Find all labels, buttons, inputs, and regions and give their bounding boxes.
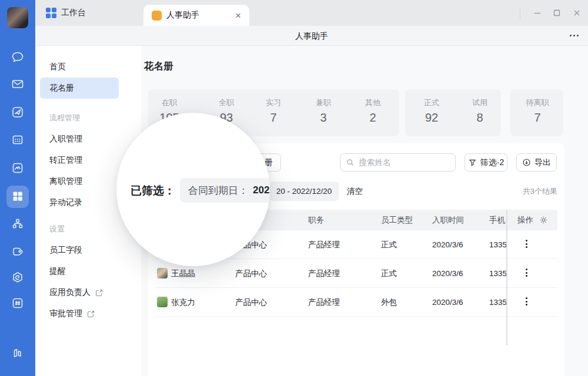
table-row[interactable]: 王晶晶 产品中心 产品经理 正式 2020/3/6 13351 xyxy=(155,259,557,288)
cell-dept: 产品中心 xyxy=(235,259,267,288)
nav-rail xyxy=(0,0,35,376)
stat-probation[interactable]: 试用8 xyxy=(455,98,505,125)
mail-icon[interactable] xyxy=(11,77,25,91)
cell-type: 外包 xyxy=(381,288,397,317)
search-box[interactable] xyxy=(340,153,456,172)
sidebar-item-app-owner[interactable]: 应用负责人 xyxy=(40,282,119,303)
cell-name: 张克力 xyxy=(171,288,195,317)
tab-workbench[interactable]: 工作台 xyxy=(36,0,95,26)
search-input[interactable] xyxy=(358,157,449,167)
employee-avatar xyxy=(157,268,168,278)
column-settings-gear-icon[interactable] xyxy=(539,216,548,224)
cell-title: 产品经理 xyxy=(308,288,340,317)
tab-bar: 工作台 人事助手 × xyxy=(35,0,588,26)
cell-hire-date: 2020/3/6 xyxy=(432,259,463,288)
sidebar-item-regularization[interactable]: 转正管理 xyxy=(40,150,119,171)
cell-title: 产品经理 xyxy=(308,259,340,288)
workbench-icon[interactable] xyxy=(11,189,25,203)
app-window: 工作台 人事助手 × 人事助手 首页 花名册 流程管理 入职管理 转正管理 离职… xyxy=(0,0,588,376)
maximize-button[interactable] xyxy=(552,8,562,18)
filter-button[interactable]: 筛选·2 xyxy=(465,153,507,172)
sidebar-item-roster[interactable]: 花名册 xyxy=(40,78,119,99)
org-icon[interactable] xyxy=(11,217,25,231)
tab-hr-assistant-label: 人事助手 xyxy=(166,10,199,21)
calendar-icon[interactable] xyxy=(11,133,25,147)
sidebar-item-onboarding[interactable]: 入职管理 xyxy=(40,129,119,150)
col-hire-date: 入职时间 xyxy=(432,210,464,230)
cell-title: 产品经理 xyxy=(308,230,340,259)
fixed-column-divider xyxy=(506,210,507,345)
app-title: 人事助手 xyxy=(35,26,588,46)
hr-app-icon xyxy=(152,11,162,21)
col-actions: 操作 xyxy=(517,210,533,230)
channel-icon[interactable] xyxy=(11,296,25,310)
app-header: 人事助手 xyxy=(35,26,588,46)
stat-other[interactable]: 其他2 xyxy=(348,98,397,125)
row-actions-icon[interactable] xyxy=(524,240,529,248)
magnifier-overlay: 已筛选： 合同到期日： 202 xyxy=(116,113,270,266)
stat-leaving[interactable]: 待离职7 xyxy=(513,98,562,125)
tab-workbench-label: 工作台 xyxy=(61,8,86,18)
col-phone: 手机 xyxy=(489,210,505,230)
cell-hire-date: 2020/3/6 xyxy=(432,230,463,259)
more-options-icon[interactable] xyxy=(570,35,579,36)
sidebar-section-process: 流程管理 xyxy=(40,108,119,129)
cell-type: 正式 xyxy=(381,230,397,259)
filter-funnel-icon xyxy=(468,158,477,167)
external-link-icon xyxy=(87,310,95,318)
clear-filter-link[interactable]: 清空 xyxy=(347,182,363,201)
page-title: 花名册 xyxy=(144,60,173,73)
tab-close-icon[interactable]: × xyxy=(235,11,241,21)
sidebar-item-resignation[interactable]: 离职管理 xyxy=(40,171,119,192)
cell-phone: 13351 xyxy=(489,288,506,317)
titlebar-divider xyxy=(520,8,520,19)
workbench-grid-icon xyxy=(46,8,56,18)
magnified-filter-label: 已筛选： xyxy=(131,183,175,199)
sidebar-item-approval-management[interactable]: 审批管理 xyxy=(40,303,119,324)
sidebar-item-transfer-records[interactable]: 异动记录 xyxy=(40,192,119,213)
tag-icon[interactable] xyxy=(11,244,25,258)
tab-hr-assistant[interactable]: 人事助手 × xyxy=(143,5,249,26)
package-icon[interactable] xyxy=(11,270,25,284)
search-icon xyxy=(346,158,354,167)
stat-regular[interactable]: 正式92 xyxy=(407,98,456,125)
minimize-button[interactable] xyxy=(532,8,543,18)
cell-phone: 13351 xyxy=(489,230,506,259)
employee-avatar xyxy=(157,297,168,307)
cell-dept: 产品中心 xyxy=(235,288,267,317)
user-avatar[interactable] xyxy=(7,7,28,28)
row-actions-icon[interactable] xyxy=(524,268,529,277)
table-row[interactable]: 张克力 产品中心 产品经理 外包 2020/3/6 13351 xyxy=(155,288,557,317)
sidebar-item-reminders[interactable]: 提醒 xyxy=(40,261,119,282)
row-actions-icon[interactable] xyxy=(524,297,529,306)
magnified-filter-chip: 合同到期日： 202 xyxy=(180,178,270,203)
result-count: 共3个结果 xyxy=(523,182,557,201)
cell-phone: 13351 xyxy=(489,259,506,288)
sidebar-section-settings: 设置 xyxy=(40,219,119,240)
sidebar-item-home[interactable]: 首页 xyxy=(40,56,119,78)
cell-hire-date: 2020/3/6 xyxy=(432,288,463,317)
cell-type: 正式 xyxy=(381,259,397,288)
close-button[interactable] xyxy=(572,8,582,18)
chat-icon[interactable] xyxy=(11,50,25,64)
gallery-icon[interactable] xyxy=(11,161,25,175)
col-type: 员工类型 xyxy=(381,210,413,230)
ding-icon[interactable] xyxy=(11,105,25,119)
export-button[interactable]: 导出 xyxy=(516,153,557,172)
sidebar-item-employee-fields[interactable]: 员工字段 xyxy=(40,240,119,261)
col-title: 职务 xyxy=(308,210,324,230)
download-icon xyxy=(522,158,531,167)
library-icon[interactable] xyxy=(11,345,25,360)
stat-parttime[interactable]: 兼职3 xyxy=(299,98,348,125)
stat-intern[interactable]: 实习7 xyxy=(249,98,298,125)
filter-chip[interactable]: 20 - 2022/12/20 xyxy=(269,182,339,201)
external-link-icon xyxy=(95,289,103,297)
